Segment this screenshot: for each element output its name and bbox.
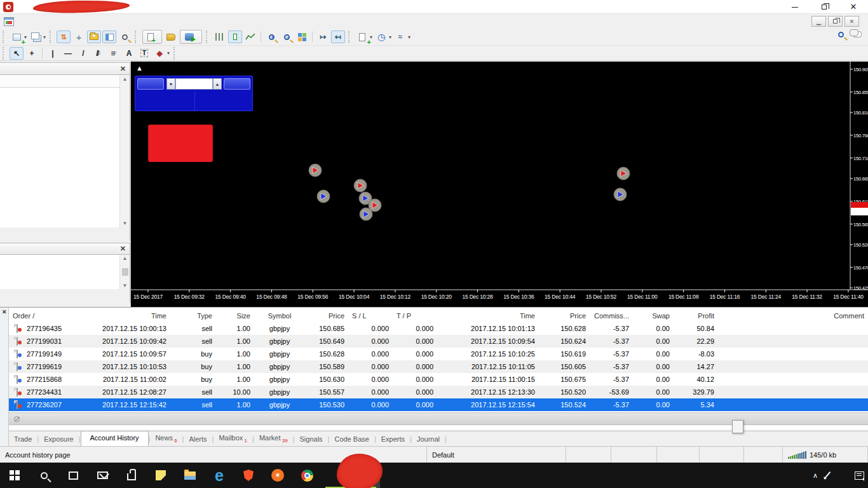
store-icon[interactable]	[117, 463, 146, 488]
column-header-order-[interactable]: Order /	[9, 312, 73, 320]
order-row[interactable]: 2771996192017.12.15 10:10:53buy1.00gbpjp…	[9, 360, 868, 373]
toolbar-grip[interactable]	[50, 30, 54, 43]
edge-icon[interactable]: e	[205, 463, 234, 488]
close-icon[interactable]: ✕	[120, 245, 126, 253]
tab-market[interactable]: Market 39	[254, 431, 293, 446]
crosshair-tool[interactable]: +	[25, 47, 39, 60]
cursor-tool[interactable]: ↖	[10, 47, 24, 60]
chevron-down-icon[interactable]: ▾	[43, 34, 46, 40]
line-chart-button[interactable]	[243, 30, 257, 43]
windows-ink-icon[interactable]	[824, 471, 831, 479]
new-order-button[interactable]: +	[142, 30, 162, 44]
close-icon[interactable]: ✕	[120, 65, 126, 73]
order-row[interactable]: 2772158682017.12.15 11:00:02buy1.00gbpjp…	[9, 373, 868, 386]
tab-signals[interactable]: Signals	[295, 433, 328, 445]
task-view-icon[interactable]	[58, 463, 88, 488]
close-all-button[interactable]	[149, 125, 212, 161]
column-header-price[interactable]: Price	[305, 312, 348, 320]
column-header-type[interactable]: Type	[170, 312, 216, 320]
column-header-comment[interactable]: Comment	[718, 312, 868, 320]
column-header-time[interactable]: Time	[437, 312, 539, 320]
toolbar-grip[interactable]	[3, 30, 7, 43]
zoom-in-button[interactable]: +	[264, 30, 278, 43]
start-icon[interactable]	[0, 463, 29, 488]
column-header-symbol[interactable]: Symbol	[254, 312, 305, 320]
notification-center-icon[interactable]	[855, 471, 864, 480]
column-header-size[interactable]: Size	[216, 312, 254, 320]
vertical-line-tool[interactable]: |	[46, 47, 60, 60]
bar-chart-button[interactable]	[213, 30, 227, 43]
chart-shift-button[interactable]: ↤	[331, 30, 345, 43]
child-close-button[interactable]: ✕	[844, 16, 859, 27]
trendline-tool[interactable]: /	[76, 47, 90, 60]
order-row[interactable]: 2772344312017.12.15 12:08:27sell10.00gbp…	[9, 386, 868, 398]
sell-price[interactable]	[135, 91, 193, 111]
close-icon[interactable]: ✕	[2, 309, 7, 315]
tile-windows-button[interactable]	[295, 30, 309, 43]
tab-account-history[interactable]: Account History	[81, 431, 149, 446]
mail-icon[interactable]	[88, 463, 117, 488]
market-watch-scrollbar[interactable]: ▲▼	[119, 75, 130, 227]
sell-button[interactable]	[137, 78, 164, 90]
chart-area[interactable]: ▲ ▼ ▲ 150.905150.855150.810150.760150.71…	[130, 61, 868, 307]
search-icon[interactable]	[29, 463, 58, 488]
tab-exposure[interactable]: Exposure	[39, 433, 78, 445]
tab-alerts[interactable]: Alerts	[184, 433, 212, 445]
strategy-tester-toggle[interactable]	[118, 30, 132, 43]
indicators-button[interactable]: +	[355, 30, 369, 43]
toolbar-grip[interactable]	[135, 30, 139, 43]
tab-trade[interactable]: Trade	[9, 433, 37, 445]
chevron-down-icon[interactable]: ▾	[408, 34, 410, 40]
file-explorer-icon[interactable]	[175, 463, 205, 488]
chrome-icon[interactable]	[292, 463, 322, 488]
volume-decrease-button[interactable]: ▼	[166, 78, 175, 90]
child-restore-button[interactable]	[828, 16, 843, 27]
fibonacci-tool[interactable]: ≡F	[107, 47, 121, 60]
column-header-swap[interactable]: Swap	[633, 312, 674, 320]
channel-tool[interactable]: //E	[92, 47, 105, 60]
terminal-table-header[interactable]: Order /TimeTypeSizeSymbolPriceS / LT / P…	[9, 309, 868, 322]
buy-button[interactable]	[224, 78, 250, 90]
minimize-button[interactable]	[780, 0, 810, 14]
order-row[interactable]: 2771964352017.12.15 10:00:13sell1.00gbpj…	[9, 322, 868, 335]
metaeditor-button[interactable]	[164, 30, 178, 43]
column-header-time[interactable]: Time	[73, 312, 170, 320]
templates-button[interactable]: ≈	[393, 30, 407, 43]
profiles-button[interactable]	[29, 30, 43, 43]
autotrading-button[interactable]	[180, 30, 202, 44]
chevron-down-icon[interactable]: ▾	[389, 34, 391, 40]
data-window-toggle[interactable]: +	[72, 30, 86, 43]
brave-icon[interactable]	[234, 463, 263, 488]
text-label-tool[interactable]: T	[137, 47, 151, 60]
tab-journal[interactable]: Journal	[412, 433, 445, 445]
text-tool[interactable]: A	[122, 47, 136, 60]
new-chart-button[interactable]: +	[10, 30, 24, 43]
market-watch-toggle[interactable]: ⇅	[57, 30, 71, 43]
toolbar-grip[interactable]	[3, 47, 7, 60]
volume-input[interactable]	[175, 78, 213, 90]
column-header-t-p[interactable]: T / P	[393, 312, 437, 320]
order-row[interactable]: 2771990312017.12.15 10:09:42sell1.00gbpj…	[9, 335, 868, 348]
chat-icon[interactable]	[853, 31, 862, 37]
toolbar-grip[interactable]	[348, 30, 353, 43]
zoom-out-button[interactable]: −	[280, 30, 294, 43]
terminal-toggle[interactable]	[102, 30, 116, 43]
periods-button[interactable]: ◷	[374, 30, 388, 43]
order-row[interactable]: 2772362072017.12.15 12:15:42sell1.00gbpj…	[9, 398, 868, 411]
column-header-price[interactable]: Price	[539, 312, 590, 320]
volume-increase-button[interactable]: ▲	[213, 78, 222, 90]
buy-price[interactable]	[194, 91, 252, 111]
column-header-commiss-[interactable]: Commiss...	[590, 312, 633, 320]
sticky-notes-icon[interactable]	[146, 463, 175, 488]
close-button[interactable]: ✕	[839, 0, 868, 14]
column-header-s-l[interactable]: S / L	[348, 312, 393, 320]
restore-button[interactable]	[810, 0, 839, 14]
tab-experts[interactable]: Experts	[376, 433, 410, 445]
horizontal-line-tool[interactable]: —	[61, 47, 75, 60]
tab-news[interactable]: News 6	[150, 431, 182, 446]
toolbar-grip[interactable]	[173, 47, 178, 60]
child-minimize-button[interactable]: ▁	[811, 16, 826, 27]
tab-mailbox[interactable]: Mailbox 1	[214, 431, 252, 446]
search-icon[interactable]	[838, 32, 844, 37]
navigator-scrollbar[interactable]: ▲▼	[119, 255, 130, 289]
